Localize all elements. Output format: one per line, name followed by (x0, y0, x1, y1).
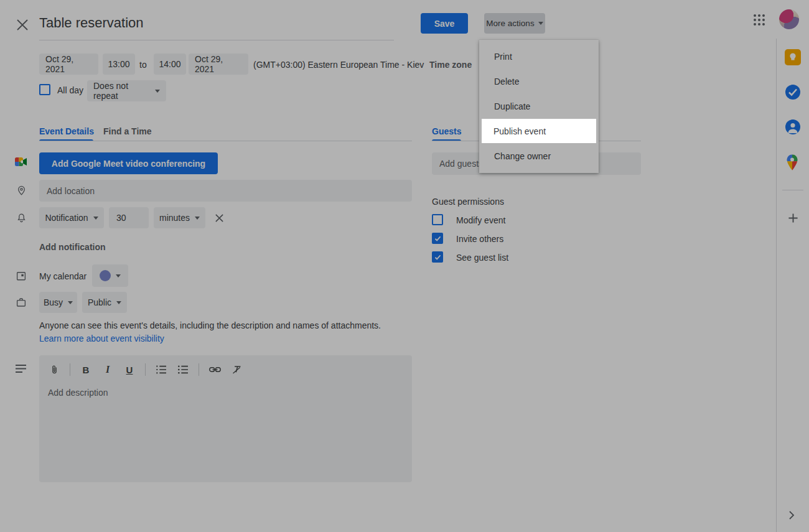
bulleted-list-button[interactable] (177, 363, 189, 376)
google-apps-grid-icon[interactable] (754, 14, 765, 26)
permission-invite-others-label: Invite others (456, 234, 503, 244)
menu-item-duplicate[interactable]: Duplicate (479, 94, 599, 119)
tab-find-a-time[interactable]: Find a Time (103, 126, 152, 136)
more-actions-label: More actions (486, 19, 534, 28)
description-placeholder: Add description (48, 388, 108, 398)
description-toolbar: B I U (48, 362, 243, 377)
all-day-checkbox[interactable] (39, 84, 50, 95)
calendar-name-label: My calendar (39, 271, 87, 281)
bold-button[interactable]: B (80, 363, 92, 376)
get-addons-plus-icon[interactable] (788, 213, 798, 223)
close-icon[interactable] (16, 18, 29, 32)
insert-link-button[interactable] (208, 363, 221, 376)
notification-unit-dropdown[interactable]: minutes (154, 207, 205, 228)
chevron-down-icon (68, 301, 73, 304)
permission-see-guest-list-label: See guest list (456, 253, 508, 263)
add-meet-button[interactable]: Add Google Meet video conferencing (39, 152, 218, 174)
save-button[interactable]: Save (421, 13, 468, 34)
companion-side-panel (776, 39, 809, 532)
toolbar-separator (199, 363, 199, 376)
maps-icon[interactable] (785, 154, 800, 171)
calendar-color-dropdown[interactable] (92, 264, 128, 287)
toolbar-separator (70, 363, 70, 376)
chevron-down-icon (155, 90, 160, 93)
location-pin-icon (16, 184, 27, 197)
avatar[interactable] (779, 9, 799, 29)
permission-see-guest-list-checkbox[interactable] (432, 251, 443, 263)
to-label: to (139, 60, 147, 70)
permission-invite-others-checkbox[interactable] (432, 233, 443, 244)
menu-item-delete[interactable]: Delete (479, 69, 599, 94)
busy-status-dropdown[interactable]: Busy (39, 292, 77, 313)
timezone-display: (GMT+03:00) Eastern European Time - Kiev (253, 60, 424, 70)
chevron-down-icon (116, 274, 121, 278)
title-underline (39, 40, 394, 40)
chevron-down-icon (116, 301, 121, 304)
numbered-list-button[interactable] (155, 363, 167, 376)
tab-event-details[interactable]: Event Details (39, 126, 94, 136)
keep-icon[interactable] (785, 49, 801, 65)
recurrence-dropdown[interactable]: Does not repeat (87, 80, 166, 101)
clear-formatting-button[interactable] (230, 363, 243, 376)
more-actions-menu: Print Delete Duplicate Publish event Cha… (479, 40, 599, 173)
all-day-label: All day (57, 85, 83, 95)
calendar-color-dot (100, 270, 111, 281)
start-date-button[interactable]: Oct 29, 2021 (39, 54, 98, 75)
calendar-icon (16, 270, 27, 281)
guest-permissions-title: Guest permissions (432, 197, 504, 207)
italic-button[interactable]: I (101, 363, 114, 376)
start-time-button[interactable]: 13:00 (103, 54, 135, 75)
attach-file-icon[interactable] (48, 363, 60, 376)
tab-guests[interactable]: Guests (432, 126, 461, 136)
underline-button[interactable]: U (123, 363, 136, 376)
event-edit-page: Table reservation Save More actions Oct … (0, 0, 809, 532)
remove-notification-icon[interactable] (215, 213, 225, 223)
notification-type-dropdown[interactable]: Notification (39, 207, 104, 228)
end-time-button[interactable]: 14:00 (154, 54, 186, 75)
location-placeholder: Add location (47, 186, 95, 196)
end-date-button[interactable]: Oct 29, 2021 (189, 54, 248, 75)
contacts-icon[interactable] (785, 119, 801, 135)
description-icon (15, 364, 27, 373)
tasks-icon[interactable] (785, 84, 801, 100)
publish-event-highlight[interactable]: Publish event (482, 119, 596, 143)
visibility-learn-more-link[interactable]: Learn more about event visibility (39, 334, 164, 343)
visibility-dropdown[interactable]: Public (82, 292, 127, 313)
tab-divider (39, 141, 412, 141)
notification-value-input[interactable]: 30 (109, 207, 149, 228)
timezone-link[interactable]: Time zone (429, 60, 472, 70)
toolbar-separator (145, 363, 146, 376)
permission-modify-event-checkbox[interactable] (432, 214, 443, 225)
briefcase-icon (16, 297, 27, 308)
bell-icon (16, 212, 27, 224)
add-guests-placeholder: Add guests (439, 159, 483, 169)
chevron-down-icon (538, 22, 543, 25)
event-title-input[interactable]: Table reservation (39, 15, 394, 36)
more-actions-button[interactable]: More actions (484, 13, 545, 34)
chevron-right-icon[interactable] (788, 510, 797, 520)
add-notification-link[interactable]: Add notification (39, 242, 106, 252)
permission-modify-event-label: Modify event (456, 215, 505, 225)
chevron-down-icon (93, 217, 98, 220)
chevron-down-icon (195, 217, 200, 220)
menu-item-print[interactable]: Print (479, 44, 599, 69)
location-input[interactable]: Add location (39, 180, 412, 202)
visibility-note: Anyone can see this event's details, inc… (39, 320, 381, 330)
menu-item-change-owner[interactable]: Change owner (479, 144, 599, 169)
side-panel-divider (782, 190, 803, 190)
google-meet-icon (15, 157, 27, 167)
